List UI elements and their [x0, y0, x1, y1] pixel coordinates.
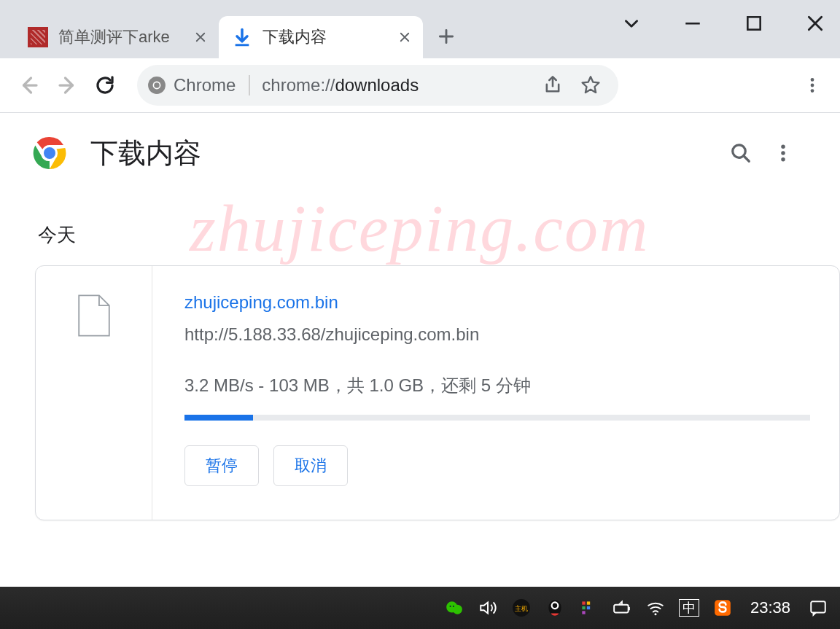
svg-point-13: [781, 145, 785, 149]
download-icon: [232, 27, 252, 47]
wechat-tray-icon[interactable]: [443, 596, 466, 620]
arrow-right-icon: [56, 74, 78, 96]
download-url: http://5.188.33.68/zhujiceping.com.bin: [184, 324, 810, 345]
svg-rect-27: [582, 606, 585, 609]
svg-rect-31: [629, 607, 630, 610]
chrome-chip-label: Chrome: [174, 75, 236, 95]
svg-point-32: [654, 613, 656, 615]
download-item: zhujiceping.com.bin http://5.188.33.68/z…: [35, 265, 840, 520]
pause-button[interactable]: 暂停: [184, 445, 259, 486]
omnibox[interactable]: Chrome chrome://downloads: [137, 65, 618, 106]
window-controls: [614, 9, 833, 38]
download-progress: [184, 415, 810, 421]
page-header: 下载内容: [0, 113, 840, 193]
taskbar: 主机 中 23:38: [0, 587, 840, 629]
page-title: 下载内容: [90, 135, 716, 172]
notifications-tray-icon[interactable]: [806, 596, 830, 620]
tab-downloads[interactable]: 下载内容: [219, 16, 423, 58]
tab-strip: 简单测评下arke 下载内容: [0, 0, 840, 58]
svg-text:主机: 主机: [515, 605, 528, 612]
svg-point-8: [811, 89, 814, 93]
close-icon: [398, 31, 411, 44]
search-icon: [730, 142, 752, 164]
forward-button[interactable]: [48, 66, 86, 104]
maximize-button[interactable]: [736, 9, 771, 38]
url-text: chrome://downloads: [262, 75, 419, 95]
close-tab-button[interactable]: [192, 29, 209, 45]
download-file-icon-column: [36, 266, 152, 520]
plus-icon: [437, 27, 456, 46]
close-window-button[interactable]: [798, 9, 833, 38]
download-actions: 暂停 取消: [184, 445, 810, 486]
tab-search-button[interactable]: [614, 9, 649, 38]
chevron-down-icon: [622, 14, 641, 33]
close-tab-button[interactable]: [397, 29, 413, 45]
cancel-button[interactable]: 取消: [273, 445, 348, 486]
url-path-bold: downloads: [335, 75, 419, 95]
kebab-icon: [803, 76, 822, 95]
minimize-button[interactable]: [675, 9, 710, 38]
chrome-chip: Chrome: [147, 75, 250, 95]
chrome-icon: [147, 76, 166, 95]
svg-rect-25: [582, 601, 585, 604]
back-button[interactable]: [10, 66, 48, 104]
url-prefix: chrome://: [262, 75, 335, 95]
share-icon: [542, 75, 563, 95]
svg-rect-26: [587, 601, 590, 604]
download-status: 3.2 MB/s - 103 MB，共 1.0 GB，还剩 5 分钟: [184, 374, 810, 397]
svg-rect-34: [811, 601, 825, 612]
svg-point-5: [154, 82, 160, 88]
kebab-icon: [772, 142, 794, 164]
download-filename[interactable]: zhujiceping.com.bin: [184, 292, 810, 313]
app-tray-icon-1[interactable]: 主机: [510, 596, 533, 620]
close-icon: [194, 31, 207, 44]
svg-point-24: [553, 603, 558, 609]
svg-point-14: [781, 151, 785, 155]
svg-rect-30: [614, 605, 629, 613]
new-tab-button[interactable]: [429, 19, 464, 54]
svg-point-11: [44, 147, 55, 159]
file-icon: [77, 294, 112, 337]
taskbar-clock[interactable]: 23:38: [750, 598, 790, 617]
download-body: zhujiceping.com.bin http://5.188.33.68/z…: [152, 266, 839, 520]
downloads-menu-button[interactable]: [766, 136, 801, 171]
chrome-logo-icon: [32, 136, 67, 171]
svg-point-7: [811, 84, 814, 87]
search-downloads-button[interactable]: [723, 136, 758, 171]
svg-point-19: [453, 606, 454, 607]
sogou-tray-icon[interactable]: [711, 596, 734, 620]
minimize-icon: [683, 14, 702, 33]
volume-tray-icon[interactable]: [476, 596, 499, 620]
qq-tray-icon[interactable]: [543, 596, 567, 620]
svg-point-6: [811, 78, 814, 82]
omnibox-actions: [537, 69, 607, 101]
svg-rect-29: [582, 611, 585, 614]
wifi-tray-icon[interactable]: [644, 596, 667, 620]
app-tray-icon-2[interactable]: [577, 596, 600, 620]
browser-menu-button[interactable]: [795, 68, 830, 103]
share-button[interactable]: [537, 69, 569, 101]
maximize-icon: [744, 14, 763, 33]
star-icon: [580, 75, 601, 95]
svg-rect-28: [587, 606, 590, 609]
date-label: 今天: [0, 193, 840, 265]
reload-button[interactable]: [86, 66, 124, 104]
svg-rect-0: [236, 44, 249, 46]
tab-other[interactable]: 简单测评下arke: [15, 16, 219, 58]
bookmark-button[interactable]: [575, 69, 607, 101]
toolbar: Chrome chrome://downloads: [0, 58, 840, 113]
tab-title: 简单测评下arke: [58, 26, 187, 48]
download-progress-bar: [184, 415, 253, 421]
arrow-left-icon: [18, 74, 40, 96]
svg-rect-2: [747, 17, 760, 29]
svg-point-18: [449, 606, 451, 607]
tab-title: 下载内容: [262, 26, 391, 48]
ime-label: 中: [679, 599, 699, 617]
close-icon: [806, 14, 825, 33]
reload-icon: [94, 74, 116, 96]
ime-tray-icon[interactable]: 中: [677, 596, 701, 620]
favicon-site-icon: [28, 27, 48, 47]
battery-tray-icon[interactable]: [610, 596, 634, 620]
svg-point-15: [781, 157, 785, 162]
svg-rect-1: [685, 23, 700, 25]
